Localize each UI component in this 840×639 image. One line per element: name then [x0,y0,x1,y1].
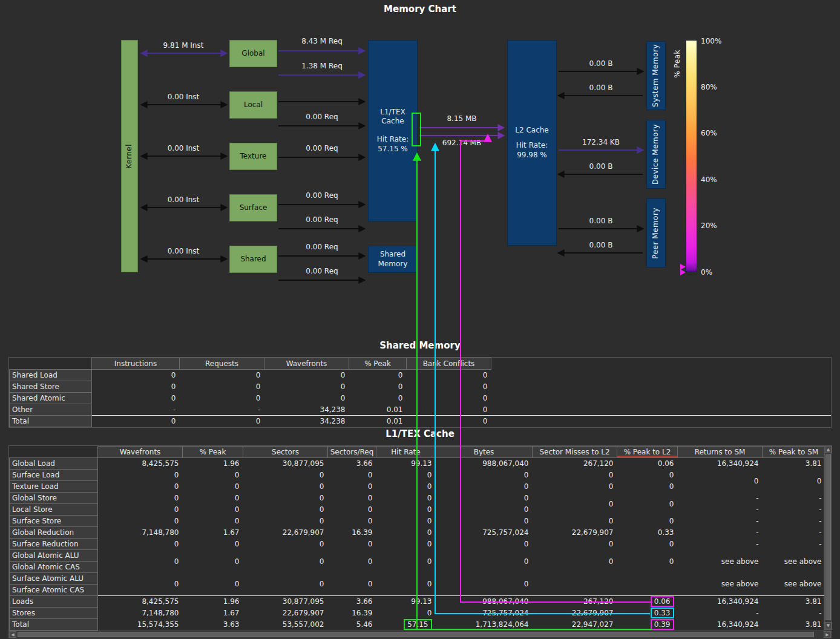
cell-merged: 0 [763,470,825,493]
cell: 0.39 [617,619,678,631]
table-row-shared-load: Shared Load 0 0 0 0 0 [10,370,832,381]
cell: 0.01 [349,404,407,416]
cell: 0 [243,539,328,550]
col-header-peak-to-sm[interactable]: % Peak to SM [763,447,825,458]
col-header-sectors-req[interactable]: Sectors/Req [328,447,376,458]
shared-memory-table: Instructions Requests Wavefronts % Peak … [8,357,832,428]
cell-merged: 0 [376,573,436,596]
cell: 0 [349,381,407,393]
cell: 22,679,907 [243,608,328,619]
legend-tick: 100% [701,37,721,45]
cell: 22,679,907 [243,527,328,539]
cell: 0.33 [617,608,678,619]
col-header-peak[interactable]: % Peak [349,358,407,370]
arrow-label: 0.00 Inst [168,93,200,101]
vertical-scrollbar[interactable]: ▲ ▼ [824,445,832,630]
table-row-local-store: Local Store 0 0 0 0 0 0 - - [10,504,825,516]
highlight-loads-peak-to-l2: 0.06 [651,596,674,607]
col-header-sector-misses[interactable]: Sector Misses to L2 [533,447,617,458]
horizontal-scrollbar-thumb[interactable] [18,632,814,637]
cell: 0 [180,416,264,427]
cell: - [678,608,763,619]
row-label: Shared Load [10,370,92,381]
col-header-bank-conflicts[interactable]: Bank Conflicts [407,358,491,370]
cell: 16.39 [328,608,376,619]
scroll-right-button[interactable]: ▶ [824,631,831,638]
col-header-instructions[interactable]: Instructions [92,358,180,370]
cell: - [763,608,825,619]
row-label: Texture Load [10,481,98,493]
op-box-global: Global [229,40,277,67]
arrow-label: 8.15 MB [447,114,476,123]
cell: - [763,493,825,504]
cell: 0 [92,381,180,393]
table-row-l1-total: Total 15,574,355 3.63 53,557,002 5.46 57… [10,619,825,631]
arrow-label: 0.00 Inst [168,247,200,255]
cell: 0 [349,393,407,404]
cell: - [180,404,264,416]
op-box-texture: Texture [229,143,277,170]
cell: 3.66 [328,596,376,608]
l2-hit-rate-label: Hit Rate: [515,141,548,151]
cell: 0 [617,516,678,527]
col-header-bytes[interactable]: Bytes [436,447,533,458]
cell: 0 [376,493,436,504]
cell: 0 [243,516,328,527]
legend-tick: 40% [701,175,717,184]
cell: 988,067,040 [436,458,533,470]
table-row-global-load: Global Load 8,425,575 1.96 30,877,095 3.… [10,458,825,470]
scroll-down-button[interactable]: ▼ [825,622,832,629]
cell: 0 [98,504,183,516]
cell: 0 [243,470,328,481]
system-memory-box: System Memory [646,41,666,110]
row-label: Global Reduction [10,527,98,539]
col-header-peak-to-l2[interactable]: % Peak to L2 [617,447,678,458]
cell: 0 [328,504,376,516]
row-label: Global Store [10,493,98,504]
cell: 0 [183,493,243,504]
col-header-wavefronts[interactable]: Wavefronts [264,358,349,370]
cell: 267,120 [533,458,617,470]
cell: 0 [243,504,328,516]
cell: 0 [376,608,436,619]
op-label: Texture [240,152,267,162]
scroll-left-button[interactable]: ◀ [9,631,16,638]
cell: 8,425,575 [98,458,183,470]
scroll-up-button[interactable]: ▲ [825,446,832,453]
device-memory-label: Device Memory [651,124,661,185]
cell: - [763,527,825,539]
cell: 0 [436,516,533,527]
cell: 0 [328,481,376,493]
cell: - [678,527,763,539]
highlight-total-peak-to-l2: 0.39 [651,619,674,630]
row-label: Shared Atomic [10,393,92,404]
col-header-hit-rate[interactable]: Hit Rate [376,447,436,458]
vertical-scrollbar-thumb[interactable] [825,454,831,620]
arrow-label: 0.00 Req [306,113,338,121]
cell: 0 [533,539,617,550]
table-row-other: Other - - 34,238 0.01 0 [10,404,832,416]
col-header-requests[interactable]: Requests [180,358,264,370]
row-label: Global Atomic CAS [10,562,98,573]
horizontal-scrollbar[interactable]: ◀ ▶ [8,631,832,638]
cell: 0 [183,539,243,550]
cell-merged: 0 [533,493,617,516]
cell: 0 [436,470,533,481]
cell-merged: 0 [328,573,376,596]
cell: - [92,404,180,416]
col-header-sectors[interactable]: Sectors [243,447,328,458]
col-header-peak[interactable]: % Peak [183,447,243,458]
cell: 1.96 [183,596,243,608]
col-header-returns-to-sm[interactable]: Returns to SM [678,447,763,458]
cell-merged: see above [678,550,763,573]
cell: 34,238 [264,416,349,427]
row-label: Shared Store [10,381,92,393]
cell: 1.96 [183,458,243,470]
cell: 0 [328,539,376,550]
cell: 0 [328,470,376,481]
col-header-wavefronts[interactable]: Wavefronts [98,447,183,458]
arrow-label: 0.00 Inst [168,144,200,152]
table-row-global-store: Global Store 0 0 0 0 0 0 0 0 - - [10,493,825,504]
cell: 0 [436,504,533,516]
cell: - [678,516,763,527]
